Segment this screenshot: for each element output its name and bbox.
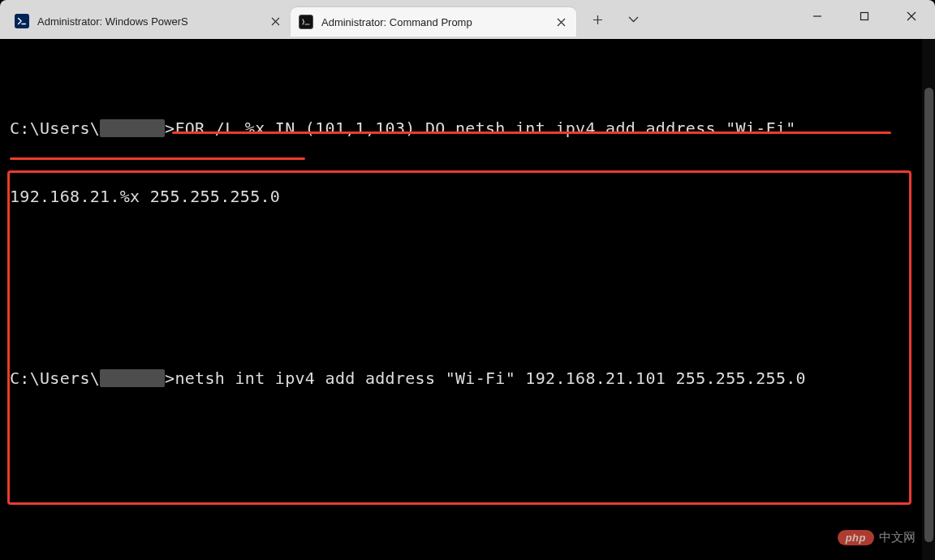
close-window-button[interactable]	[888, 0, 935, 32]
annotation-underline	[172, 131, 891, 134]
redacted-username	[100, 369, 165, 387]
tab-bar: Administrator: Windows PowerS Administra…	[0, 0, 935, 39]
close-icon[interactable]	[268, 14, 282, 28]
command-line-cont: 192.168.21.%x 255.255.255.0	[0, 185, 935, 208]
watermark-badge: php	[838, 530, 874, 545]
close-icon[interactable]	[554, 15, 568, 29]
annotation-underline	[10, 157, 305, 160]
terminal-output[interactable]: C:\Users\>FOR /L %x IN (101,1,103) DO ne…	[0, 39, 935, 560]
watermark: php 中文网	[838, 530, 916, 545]
tab-label: Administrator: Command Promp	[321, 16, 545, 28]
scrollbar-thumb[interactable]	[924, 88, 933, 542]
tab-command-prompt[interactable]: Administrator: Command Promp	[291, 7, 576, 37]
tab-powershell[interactable]: Administrator: Windows PowerS	[6, 6, 291, 36]
powershell-icon	[15, 14, 29, 28]
redacted-username	[100, 119, 165, 137]
minimize-button[interactable]	[794, 0, 841, 32]
window-controls	[794, 0, 935, 39]
command-line: C:\Users\>FOR /L %x IN (101,1,103) DO ne…	[0, 117, 935, 140]
tab-label: Administrator: Windows PowerS	[37, 15, 260, 28]
echo-line: C:\Users\>netsh int ipv4 add address "Wi…	[0, 367, 935, 390]
maximize-button[interactable]	[841, 0, 888, 32]
svg-rect-0	[861, 13, 868, 20]
watermark-text: 中文网	[879, 530, 916, 545]
scrollbar-track[interactable]	[922, 39, 935, 560]
cmd-icon	[299, 15, 313, 29]
tab-dropdown-button[interactable]	[617, 6, 649, 32]
tab-actions	[581, 6, 649, 32]
new-tab-button[interactable]	[581, 6, 614, 32]
